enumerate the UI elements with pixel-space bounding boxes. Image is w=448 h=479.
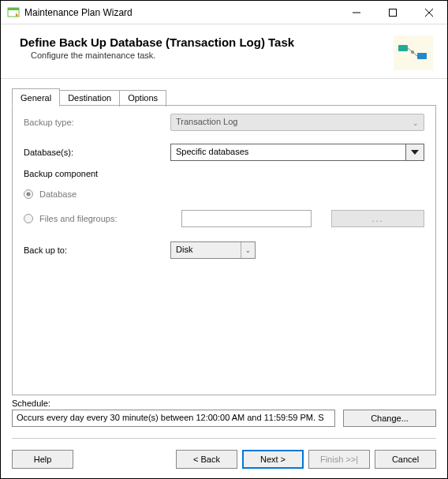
tab-options[interactable]: Options: [119, 90, 166, 107]
window-title: Maintenance Plan Wizard: [24, 7, 338, 18]
app-icon: [7, 6, 20, 19]
header-graphic: [394, 36, 433, 70]
cancel-button[interactable]: Cancel: [375, 450, 436, 469]
radio-database: [24, 189, 33, 199]
next-button[interactable]: Next >: [242, 450, 304, 469]
svg-point-10: [411, 51, 414, 54]
svg-rect-1: [8, 8, 19, 10]
footer: Help < Back Next > Finish >>| Cancel: [1, 439, 447, 479]
triangle-down-icon: [411, 150, 419, 155]
backup-to-select[interactable]: Disk ⌄: [170, 241, 256, 259]
close-button[interactable]: [411, 1, 447, 24]
tab-destination[interactable]: Destination: [59, 90, 120, 107]
svg-rect-7: [398, 45, 408, 51]
backup-type-select: Transaction Log ⌄: [170, 114, 424, 131]
page-subtitle: Configure the maintenance task.: [31, 51, 394, 60]
files-filegroups-input: [181, 210, 312, 227]
finish-button: Finish >>|: [308, 450, 370, 469]
tab-strip: General Destination Options: [12, 88, 436, 105]
titlebar: Maintenance Plan Wizard: [1, 1, 447, 24]
backup-to-label: Back up to:: [24, 245, 170, 255]
backup-type-label: Backup type:: [24, 118, 170, 127]
tab-panel-general: Backup type: Transaction Log ⌄ Database(…: [12, 105, 436, 395]
chevron-down-icon: ⌄: [413, 119, 419, 127]
back-button[interactable]: < Back: [176, 450, 237, 469]
header: Define Back Up Database (Transaction Log…: [1, 24, 447, 79]
minimize-button[interactable]: [338, 1, 375, 24]
backup-to-value: Disk: [171, 242, 241, 258]
radio-files-filegroups: [24, 214, 33, 223]
schedule-label: Schedule:: [12, 399, 436, 408]
page-title: Define Back Up Database (Transaction Log…: [20, 36, 394, 49]
databases-label: Database(s):: [24, 148, 170, 157]
svg-rect-3: [390, 9, 397, 16]
help-button[interactable]: Help: [12, 450, 73, 469]
maximize-button[interactable]: [375, 1, 411, 24]
tab-general[interactable]: General: [12, 88, 60, 106]
files-browse-button: ...: [331, 210, 424, 227]
change-schedule-button[interactable]: Change...: [343, 410, 436, 427]
svg-rect-8: [417, 53, 427, 59]
schedule-field[interactable]: Occurs every day every 30 minute(s) betw…: [12, 410, 335, 427]
databases-value: Specific databases: [170, 144, 405, 161]
radio-database-label: Database: [39, 189, 77, 199]
chevron-down-icon: ⌄: [245, 247, 251, 254]
databases-dropdown[interactable]: Specific databases: [170, 144, 424, 161]
backup-type-value: Transaction Log: [176, 117, 237, 126]
backup-to-chevron[interactable]: ⌄: [241, 242, 255, 258]
databases-dropdown-button[interactable]: [405, 144, 424, 161]
backup-component-label: Backup component: [24, 169, 424, 178]
radio-files-label: Files and filegroups:: [39, 214, 117, 223]
